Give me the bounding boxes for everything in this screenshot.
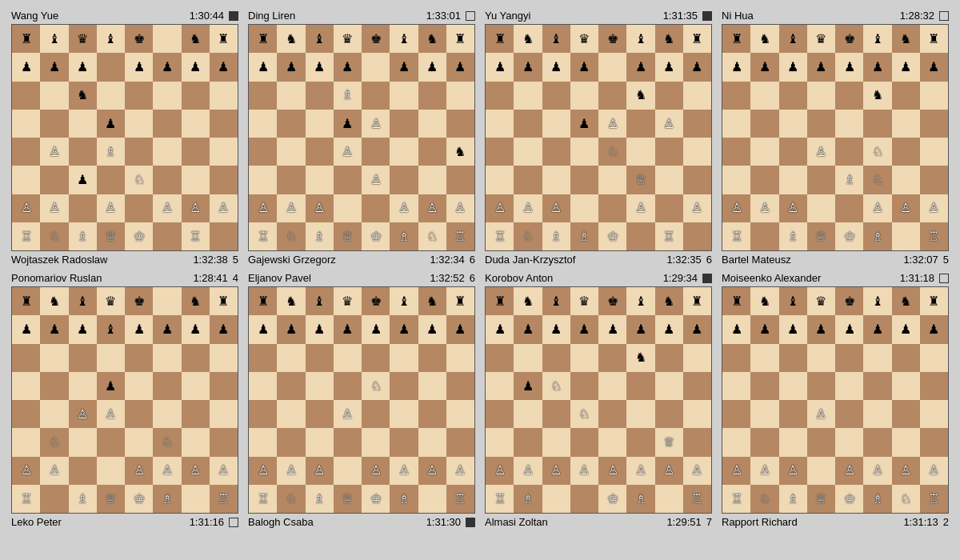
game-cell-2: Ding Liren 1:33:01 ♜ ♞ ♝ ♛ ♚ ♝ ♞ ♜ ♟ ♟ ♟… [243, 6, 480, 269]
square-a8: ♜ [12, 25, 40, 53]
game-footer-6: Balogh Csaba 1:31:30 [248, 516, 475, 528]
top-time-1: 1:30:44 [190, 10, 224, 22]
bottom-player-4: Bartel Mateusz [722, 254, 791, 266]
bottom-time-1: 1:32:38 [193, 254, 227, 266]
square-e7: ♟ [125, 53, 153, 81]
square-e3: ♘ [125, 166, 153, 194]
time-info-6: 1:32:52 6 [430, 272, 475, 284]
footer-right-4: 1:32:07 5 [903, 254, 949, 266]
square-a2: ♙ [12, 194, 40, 222]
top-time-4: 1:28:32 [900, 10, 934, 22]
chess-board-7[interactable]: ♜ ♞ ♝ ♛ ♚ ♝ ♞ ♜ ♟ ♟ ♟ ♟ ♟ ♟ ♟ ♟ ♞ [485, 286, 712, 514]
square-f2: ♙ [153, 194, 181, 222]
square-c6: ♞ [69, 82, 97, 110]
clock-icon-7 [702, 274, 712, 283]
game-header-7: Korobov Anton 1:29:34 [485, 272, 712, 284]
bottom-player-5: Leko Peter [11, 516, 62, 528]
game-footer-2: Gajewski Grzegorz 1:32:34 6 [248, 254, 475, 266]
bottom-player-7: Almasi Zoltan [485, 516, 548, 528]
square-e1: ♔ [125, 222, 153, 250]
game-header-2: Ding Liren 1:33:01 [248, 10, 475, 22]
game-header-3: Yu Yangyi 1:31:35 [485, 10, 712, 22]
square-h8: ♜ [210, 25, 238, 53]
top-time-7: 1:29:34 [663, 272, 698, 284]
game-footer-7: Almasi Zoltan 1:29:51 7 [485, 516, 712, 528]
square-f1 [153, 222, 181, 250]
square-e6 [125, 82, 153, 110]
move-count-8: 2 [943, 516, 949, 528]
chess-board-6[interactable]: ♜ ♞ ♝ ♛ ♚ ♝ ♞ ♜ ♟ ♟ ♟ ♟ ♟ ♟ ♟ ♟ [248, 286, 475, 514]
square-g2: ♙ [182, 194, 210, 222]
game-cell-1: Wang Yue 1:30:44 ♜ ♝ ♛ ♝ ♚ ♞ ♜ ♟ ♟ ♟ ♟ ♟… [6, 6, 243, 269]
move-count-3: 6 [706, 254, 712, 266]
game-cell-3: Yu Yangyi 1:31:35 ♜ ♞ ♝ ♛ ♚ ♝ ♞ ♜ ♟ ♟ ♟ … [480, 6, 717, 269]
square-e4 [125, 138, 153, 166]
game-footer-4: Bartel Mateusz 1:32:07 5 [722, 254, 949, 266]
chess-board-2[interactable]: ♜ ♞ ♝ ♛ ♚ ♝ ♞ ♜ ♟ ♟ ♟ ♟ ♟ ♟ ♟ ♗ [248, 24, 475, 251]
bottom-time-7: 1:29:51 [666, 516, 701, 528]
top-player-6: Eljanov Pavel [248, 272, 311, 284]
square-d6 [97, 82, 125, 110]
top-player-8: Moiseenko Alexander [722, 272, 821, 284]
chess-board-5[interactable]: ♜ ♞ ♝ ♛ ♚ ♞ ♜ ♟ ♟ ♟ ♝ ♟ ♟ ♟ ♟ [11, 286, 238, 514]
chess-board-4[interactable]: ♜ ♞ ♝ ♛ ♚ ♝ ♞ ♜ ♟ ♟ ♟ ♟ ♟ ♟ ♟ ♟ ♞ [722, 24, 949, 251]
square-a6 [12, 82, 40, 110]
chess-board-1[interactable]: ♜ ♝ ♛ ♝ ♚ ♞ ♜ ♟ ♟ ♟ ♟ ♟ ♟ ♟ ♞ [11, 24, 238, 251]
square-b2: ♙ [40, 194, 68, 222]
square-a1: ♖ [12, 222, 40, 250]
clock-icon-3 [702, 11, 712, 21]
move-count-top-5: 4 [233, 272, 238, 284]
square-b6 [40, 82, 68, 110]
time-info-2: 1:33:01 [426, 10, 475, 22]
square-b1: ♘ [40, 222, 68, 250]
square-h4 [210, 138, 238, 166]
move-count-2: 6 [470, 254, 475, 266]
square-a7: ♟ [12, 53, 40, 81]
time-info-5: 1:28:41 4 [193, 272, 238, 284]
square-h5 [210, 110, 238, 138]
bottom-player-8: Rapport Richard [722, 516, 798, 528]
clock-icon-1 [229, 11, 238, 21]
square-h3 [210, 166, 238, 194]
game-header-6: Eljanov Pavel 1:32:52 6 [248, 272, 475, 284]
square-f4 [153, 138, 181, 166]
time-info-3: 1:31:35 [663, 10, 712, 22]
square-b7: ♟ [40, 53, 68, 81]
footer-right-2: 1:32:34 6 [430, 254, 475, 266]
square-d7 [97, 53, 125, 81]
square-f7: ♟ [153, 53, 181, 81]
square-d8: ♝ [97, 25, 125, 53]
bottom-player-1: Wojtaszek Radoslaw [11, 254, 107, 266]
square-f3 [153, 166, 181, 194]
game-footer-8: Rapport Richard 1:31:13 2 [722, 516, 949, 528]
move-count-4: 5 [943, 254, 949, 266]
game-header-8: Moiseenko Alexander 1:31:18 [722, 272, 949, 284]
top-time-8: 1:31:18 [900, 272, 934, 284]
footer-right-8: 1:31:13 2 [903, 516, 949, 528]
square-h1 [210, 222, 238, 250]
move-count-top-6: 6 [470, 272, 475, 284]
chess-board-3[interactable]: ♜ ♞ ♝ ♛ ♚ ♝ ♞ ♜ ♟ ♟ ♟ ♟ ♟ ♟ ♟ ♞ [485, 24, 712, 251]
bottom-time-3: 1:32:35 [666, 254, 701, 266]
square-h6 [210, 82, 238, 110]
square-g3 [182, 166, 210, 194]
game-cell-5: Ponomariov Ruslan 1:28:41 4 ♜ ♞ ♝ ♛ ♚ ♞ … [6, 269, 243, 531]
bottom-time-8: 1:31:13 [903, 516, 938, 528]
bottom-time-6: 1:31:30 [426, 516, 461, 528]
square-h2: ♙ [210, 194, 238, 222]
top-player-4: Ni Hua [722, 10, 754, 22]
square-a5 [12, 110, 40, 138]
square-c7: ♟ [69, 53, 97, 81]
bottom-player-6: Balogh Csaba [248, 516, 314, 528]
games-grid: Wang Yue 1:30:44 ♜ ♝ ♛ ♝ ♚ ♞ ♜ ♟ ♟ ♟ ♟ ♟… [0, 0, 960, 538]
clock-icon-4 [939, 11, 949, 21]
square-c2 [69, 194, 97, 222]
top-player-2: Ding Liren [248, 10, 295, 22]
chess-board-8[interactable]: ♜ ♞ ♝ ♛ ♚ ♝ ♞ ♜ ♟ ♟ ♟ ♟ ♟ ♟ ♟ ♟ [722, 286, 949, 514]
square-f5 [153, 110, 181, 138]
footer-right-3: 1:32:35 6 [666, 254, 712, 266]
square-c3: ♟ [69, 166, 97, 194]
square-d1: ♕ [97, 222, 125, 250]
clock-icon-2 [466, 11, 475, 21]
square-f8 [153, 25, 181, 53]
